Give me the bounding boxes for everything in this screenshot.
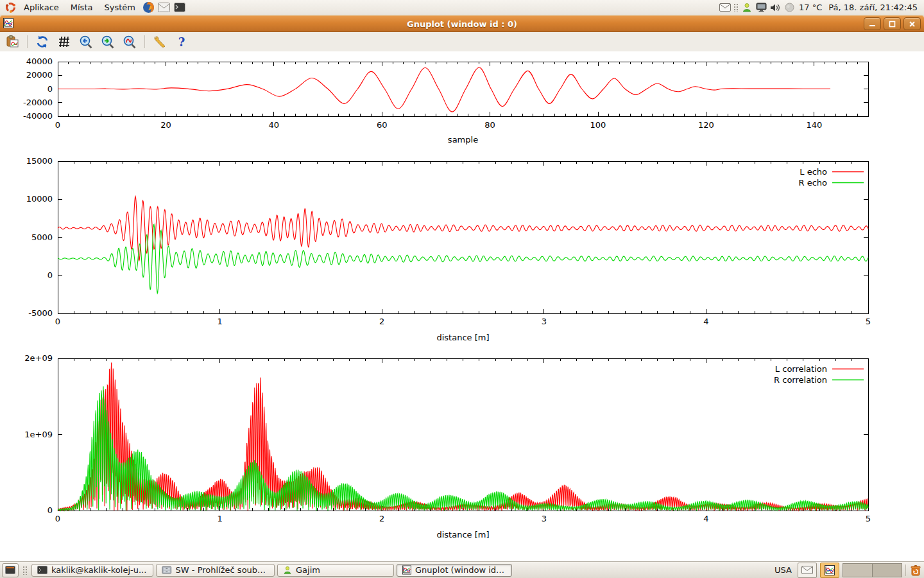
keyboard-layout-indicator[interactable]: USA <box>772 565 794 575</box>
temperature-indicator[interactable]: 17 °C <box>796 3 825 12</box>
chart-1: 020406080100120140-40000-200000200004000… <box>23 57 868 144</box>
zoom-forward-icon[interactable] <box>99 33 116 50</box>
menu-places[interactable]: Místa <box>65 0 99 15</box>
gajim-icon <box>283 566 292 575</box>
x-axis-label: distance [m] <box>436 333 489 342</box>
refresh-icon[interactable] <box>34 33 51 50</box>
taskbar-mail-button[interactable] <box>798 563 817 578</box>
panel-menus: Aplikace Místa Systém <box>3 0 187 15</box>
mail-icon[interactable] <box>157 0 172 15</box>
tick-label: 0 <box>55 120 60 130</box>
tick-label: 0 <box>47 505 53 515</box>
display-icon[interactable] <box>754 0 768 15</box>
zoom-back-icon[interactable] <box>78 33 94 50</box>
tray-mail-icon[interactable] <box>718 0 732 15</box>
clock[interactable]: Pá, 18. září, 21:42:45 <box>825 3 921 12</box>
window-title: Gnuplot (window id : 0) <box>0 19 924 29</box>
file-manager-icon <box>162 566 172 574</box>
tick-label: 0 <box>55 317 60 326</box>
series-l-correlation <box>58 362 868 511</box>
tick-label: 20000 <box>26 70 53 80</box>
terminal-icon <box>37 566 47 574</box>
tick-label: 4 <box>703 317 708 326</box>
tick-label: 2e+09 <box>24 353 53 363</box>
legend-label: R echo <box>798 178 827 188</box>
volume-icon[interactable] <box>768 0 782 15</box>
taskbar-drag-handle[interactable] <box>22 566 28 575</box>
tick-label: 0 <box>47 84 53 94</box>
tray-handle[interactable] <box>733 3 739 12</box>
tick-label: 0 <box>47 270 53 280</box>
titlebar[interactable]: Gnuplot (window id : 0) <box>0 15 924 32</box>
options-wrench-icon[interactable] <box>151 33 168 50</box>
workspace-1[interactable] <box>843 564 872 577</box>
tick-label: 3 <box>542 317 547 326</box>
ubuntu-logo-icon[interactable] <box>3 0 18 15</box>
maximize-button[interactable] <box>884 17 901 30</box>
tick-label: 3 <box>542 514 547 523</box>
tick-label: -40000 <box>23 111 53 121</box>
tick-label: 100 <box>590 120 606 130</box>
zoom-reset-icon[interactable] <box>121 33 138 50</box>
series-l-echo <box>58 197 868 261</box>
gnuplot-charts[interactable]: 020406080100120140-40000-200000200004000… <box>0 51 924 561</box>
tick-label: 15000 <box>26 156 53 166</box>
tick-label: 60 <box>377 120 388 130</box>
toolbar: ? <box>0 32 924 52</box>
tick-label: 5 <box>866 514 871 523</box>
menu-system-label: Systém <box>104 3 135 12</box>
tick-label: 5 <box>866 317 871 326</box>
grid-icon[interactable] <box>56 33 73 50</box>
gnuplot-window-icon <box>3 18 13 30</box>
tick-label: 1 <box>217 514 222 523</box>
gnuplot-icon <box>402 565 411 575</box>
close-button[interactable] <box>903 17 921 30</box>
tick-label: -5000 <box>28 308 53 318</box>
task-button-gnuplot[interactable]: Gnuplot (window id : 0) <box>397 564 512 577</box>
task-button-terminal[interactable]: kaklik@kaklik-kolej-u... <box>31 564 153 577</box>
firefox-icon[interactable] <box>141 0 157 15</box>
task-label: SW - Prohlížeč souborů <box>176 565 269 575</box>
x-axis-label: distance [m] <box>436 530 489 539</box>
tick-label: 2 <box>379 317 384 326</box>
legend-label: R correlation <box>774 375 827 385</box>
tick-label: 0 <box>55 514 60 523</box>
trash-icon[interactable] <box>909 564 922 577</box>
gnuplot-window: Gnuplot (window id : 0) <box>0 15 924 561</box>
task-label: kaklik@kaklik-kolej-u... <box>51 565 146 575</box>
legend-label: L echo <box>800 167 827 177</box>
toolbar-separator <box>27 35 28 48</box>
top-panel: Aplikace Místa Systém <box>0 0 924 15</box>
tick-label: 1 <box>217 317 222 326</box>
tick-label: 120 <box>698 120 714 130</box>
chart-2: 012345-5000050001000015000distance [m]L … <box>26 156 871 342</box>
workspace-2[interactable] <box>872 564 902 577</box>
tick-label: 80 <box>484 120 495 130</box>
tick-label: 10000 <box>26 194 53 204</box>
menu-applications-label: Aplikace <box>24 3 59 12</box>
minimize-button[interactable] <box>864 17 881 30</box>
terminal-icon[interactable] <box>172 0 187 15</box>
weather-icon[interactable] <box>782 0 796 15</box>
task-label: Gnuplot (window id : 0) <box>415 565 506 575</box>
task-button-gajim[interactable]: Gajim <box>277 564 394 577</box>
gajim-icon[interactable] <box>740 0 754 15</box>
mail-icon <box>801 566 813 574</box>
axes <box>58 358 868 511</box>
help-icon[interactable]: ? <box>173 33 190 50</box>
window-list-button[interactable] <box>2 563 19 577</box>
workspace-switcher <box>843 563 902 577</box>
menu-applications[interactable]: Aplikace <box>18 0 65 15</box>
copy-plot-icon[interactable] <box>4 33 21 50</box>
task-button-file-browser[interactable]: SW - Prohlížeč souborů <box>156 564 275 577</box>
menu-places-label: Místa <box>71 3 93 12</box>
tick-label: 40000 <box>26 57 53 66</box>
menu-system[interactable]: Systém <box>98 0 141 15</box>
tick-label: -20000 <box>23 98 53 107</box>
tick-label: 2 <box>379 514 384 523</box>
taskbar-separator <box>905 565 906 576</box>
series-r-echo <box>58 224 868 293</box>
plot-canvas[interactable]: 020406080100120140-40000-200000200004000… <box>0 51 924 561</box>
legend-label: L correlation <box>775 364 827 374</box>
taskbar-gnuplot-button[interactable] <box>820 563 839 578</box>
